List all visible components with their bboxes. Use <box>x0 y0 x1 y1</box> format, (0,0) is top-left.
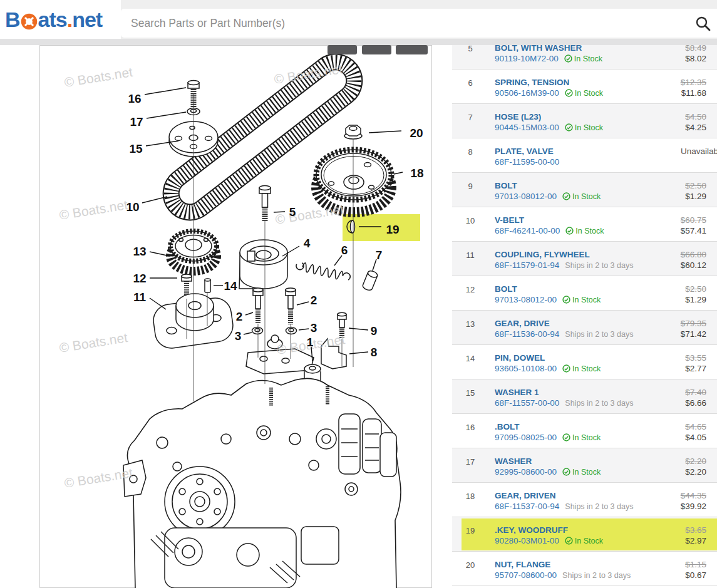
part-number-link[interactable]: 68F-11537-00-94 <box>495 502 559 511</box>
check-circle-icon <box>565 537 573 545</box>
check-circle-icon <box>562 192 570 200</box>
part-detail-line: 90506-16M39-00In Stock <box>495 88 603 98</box>
part-detail-line: 68F-11557-00-00Ships in 2 to 3 days <box>495 398 633 408</box>
part-number-link[interactable]: 90445-15M03-00 <box>495 123 559 132</box>
callout-leader-line <box>297 302 309 305</box>
part-old-price: $79.35 <box>681 319 706 328</box>
parts-diagram-panel: © Boats.net© Boats.net© Boats.net© Boats… <box>39 45 432 588</box>
callout-leader-line <box>147 112 186 118</box>
part-number-link[interactable]: 93605-10108-00 <box>495 364 557 373</box>
part-number-link[interactable]: 68F-11536-00-94 <box>495 329 559 339</box>
search-icon <box>695 16 711 32</box>
diagram-toolbar-button-3[interactable] <box>396 45 428 54</box>
part-old-price: $2.50 <box>685 181 706 190</box>
part-ref-number: 10 <box>452 216 488 225</box>
part-detail-line: 97095-08025-00In Stock <box>495 433 601 442</box>
part-old-price: $44.35 <box>681 491 706 500</box>
part-ref-number: 12 <box>452 285 488 294</box>
part-name-link[interactable]: BOLT <box>495 284 517 294</box>
part-price: $11.68 <box>681 88 706 98</box>
part-number-link[interactable]: 68F-11557-00-00 <box>495 398 559 408</box>
watermark: © Boats.net <box>274 202 344 227</box>
part-name-link[interactable]: GEAR, DRIVE <box>495 319 550 328</box>
callout-leader-line <box>369 131 401 133</box>
diagram-callout-9: 9 <box>371 324 378 338</box>
in-stock-status: In Stock <box>562 364 601 373</box>
diagram-callout-8: 8 <box>371 346 378 359</box>
callout-leader-line <box>299 329 309 330</box>
part-number-link[interactable]: 97095-08025-00 <box>495 433 557 442</box>
part-old-price: $3.55 <box>685 353 706 363</box>
part-ref-number: 6 <box>452 78 488 88</box>
part-number-link[interactable]: 68F-11579-01-94 <box>495 260 559 270</box>
part-number-link[interactable]: 90506-16M39-00 <box>495 88 559 98</box>
part-old-price: $2.20 <box>685 456 706 466</box>
search-input[interactable] <box>121 9 717 38</box>
part-row: 15WASHER 168F-11557-00-00Ships in 2 to 3… <box>452 379 717 414</box>
part-name-link[interactable]: PIN, DOWEL <box>495 353 545 363</box>
search-button[interactable] <box>695 16 711 32</box>
check-circle-icon <box>562 433 570 441</box>
part-detail-line: 92995-08600-00In Stock <box>495 467 601 477</box>
in-stock-status: In Stock <box>565 227 604 235</box>
site-header: Bats.net <box>0 0 717 39</box>
diagram-callout-15: 15 <box>129 142 143 155</box>
part-name-link[interactable]: V-BELT <box>495 215 524 225</box>
ships-status: Ships in 2 to 3 days <box>565 502 633 511</box>
boats-net-logo[interactable]: Bats.net <box>0 0 121 39</box>
part-name-link[interactable]: BOLT <box>495 181 517 190</box>
part-ref-number: 5 <box>452 44 488 53</box>
part-row: 13GEAR, DRIVE68F-11536-00-94Ships in 2 t… <box>452 311 717 345</box>
part-name-link[interactable]: PLATE, VALVE <box>495 147 554 156</box>
part-number-link[interactable]: 97013-08012-00 <box>495 295 557 304</box>
part-name-link[interactable]: GEAR, DRIVEN <box>495 491 556 500</box>
diagram-callout-16: 16 <box>128 92 141 105</box>
part-row: 10V-BELT68F-46241-00-00In Stock$60.75$57… <box>452 207 717 242</box>
part-detail-line: 95707-08600-00Ships in 2 to 3 days <box>495 570 631 580</box>
part-old-price: $66.80 <box>681 250 706 259</box>
part-price: $71.42 <box>681 329 706 339</box>
part-number-link[interactable]: 90119-10M72-00 <box>495 54 559 63</box>
part-name-link[interactable]: WASHER 1 <box>495 388 539 397</box>
part-ref-number: 7 <box>452 113 488 122</box>
part-row: 17WASHER92995-08600-00In Stock$2.20$2.20 <box>452 448 717 483</box>
part-number-link[interactable]: 92995-08600-00 <box>495 467 557 477</box>
diagram-callout-13: 13 <box>133 245 146 258</box>
diagram-toolbar-button-1[interactable] <box>328 45 357 54</box>
part-old-price: $2.50 <box>685 284 706 294</box>
diagram-callout-19: 19 <box>386 223 399 236</box>
diagram-toolbar-button-2[interactable] <box>362 45 391 54</box>
diagram-callout-3: 3 <box>311 321 317 334</box>
check-circle-icon <box>562 364 570 373</box>
part-name-link[interactable]: COUPLING, FLYWHEEL <box>495 250 590 259</box>
part-ref-number: 9 <box>452 182 488 191</box>
part-number-link[interactable]: 68F-11595-00-00 <box>495 157 559 167</box>
part-old-price: $60.75 <box>681 215 706 225</box>
part-name-link[interactable]: WASHER <box>495 456 532 466</box>
part-price: $1.29 <box>685 295 706 304</box>
part-detail-line: 90119-10M72-00In Stock <box>495 54 602 63</box>
part-number-link[interactable]: 95707-08600-00 <box>495 570 557 580</box>
callout-leader-line <box>245 312 253 315</box>
ships-status: Ships in 2 to 3 days <box>562 571 631 580</box>
callout-leader-line <box>349 352 368 354</box>
part-detail-line: 68F-11579-01-94Ships in 2 to 3 days <box>495 260 633 270</box>
diagram-callout-2: 2 <box>311 294 317 307</box>
part-number-link[interactable]: 90280-03M01-00 <box>495 536 559 545</box>
ships-status: Ships in 2 to 3 days <box>565 399 633 408</box>
part-ref-number: 14 <box>452 354 488 363</box>
part-name-link[interactable]: SPRING, TENSION <box>495 78 569 87</box>
diagram-callout-1: 1 <box>307 336 314 349</box>
part-number-link[interactable]: 97013-08012-00 <box>495 192 557 201</box>
part-name-link[interactable]: HOSE (L23) <box>495 112 541 121</box>
part-number-link[interactable]: 68F-46241-00-00 <box>495 226 560 235</box>
part-name-link[interactable]: .BOLT <box>495 422 520 431</box>
part-name-link[interactable]: .KEY, WOODRUFF <box>495 525 568 535</box>
callout-leader-line <box>334 255 342 266</box>
part-ref-number: 13 <box>452 319 488 329</box>
in-stock-status: In Stock <box>562 433 601 442</box>
part-detail-line: 93605-10108-00In Stock <box>495 364 601 373</box>
part-name-link[interactable]: NUT, FLANGE <box>495 560 550 569</box>
part-row: 12BOLT97013-08012-00In Stock$2.50$1.29 <box>452 276 717 311</box>
search-bar <box>121 9 717 38</box>
